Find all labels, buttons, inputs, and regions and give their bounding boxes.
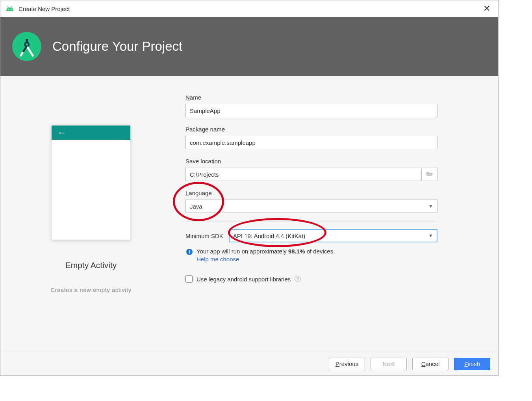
- svg-point-1: [11, 9, 11, 10]
- template-preview: ←: [51, 125, 131, 240]
- window-title: Create New Project: [19, 6, 70, 12]
- template-name: Empty Activity: [65, 261, 117, 270]
- language-dropdown[interactable]: Java ▼: [185, 200, 437, 213]
- banner: Configure Your Project: [0, 17, 498, 76]
- folder-open-icon: [426, 171, 433, 178]
- next-button: Next: [371, 358, 407, 370]
- preview-column: ← Empty Activity Creates a new empty act…: [24, 92, 158, 344]
- save-location-input[interactable]: [185, 168, 422, 181]
- banner-heading: Configure Your Project: [52, 39, 182, 54]
- form-divider: [185, 222, 437, 222]
- cancel-button[interactable]: Cancel: [412, 358, 449, 370]
- legacy-support-checkbox[interactable]: [185, 275, 193, 283]
- help-icon[interactable]: ?: [295, 276, 301, 282]
- language-value: Java: [190, 203, 202, 210]
- content-area: ← Empty Activity Creates a new empty act…: [0, 76, 498, 352]
- close-button[interactable]: ✕: [479, 2, 494, 15]
- package-name-input[interactable]: [185, 136, 437, 149]
- chevron-down-icon: ▼: [428, 233, 433, 238]
- name-label: Name: [185, 94, 437, 101]
- svg-line-3: [11, 6, 13, 8]
- help-me-choose-link[interactable]: Help me choose: [196, 256, 239, 262]
- template-description: Creates a new empty activity: [50, 286, 132, 293]
- form-column: Name Package name Save location Language…: [185, 92, 437, 344]
- android-studio-logo-icon: [12, 32, 41, 61]
- finish-button[interactable]: Finish: [454, 358, 490, 370]
- legacy-support-label: Use legacy android.support libraries: [196, 276, 291, 283]
- titlebar: Create New Project ✕: [0, 0, 498, 17]
- minimum-sdk-value: API 19: Android 4.4 (KitKat): [233, 233, 305, 239]
- device-coverage-text: Your app will run on approximately 98.1%…: [196, 248, 335, 255]
- svg-point-0: [8, 9, 9, 10]
- close-icon: ✕: [483, 4, 490, 13]
- chevron-down-icon: ▼: [428, 203, 433, 209]
- minimum-sdk-label: Minimum SDK: [185, 233, 223, 239]
- package-name-label: Package name: [185, 126, 437, 133]
- minimum-sdk-dropdown[interactable]: API 19: Android 4.4 (KitKat) ▼: [229, 229, 437, 242]
- browse-folder-button[interactable]: [422, 168, 437, 181]
- save-location-label: Save location: [185, 158, 437, 164]
- back-arrow-icon: ←: [57, 127, 67, 138]
- name-input[interactable]: [185, 104, 437, 117]
- previous-button[interactable]: Previous: [329, 358, 365, 370]
- preview-appbar: ←: [52, 126, 130, 140]
- info-icon: i: [186, 249, 193, 255]
- android-logo-icon: [6, 6, 14, 11]
- footer-buttons: Previous Next Cancel Finish: [0, 352, 498, 375]
- svg-line-2: [7, 6, 9, 8]
- language-label: Language: [185, 190, 437, 196]
